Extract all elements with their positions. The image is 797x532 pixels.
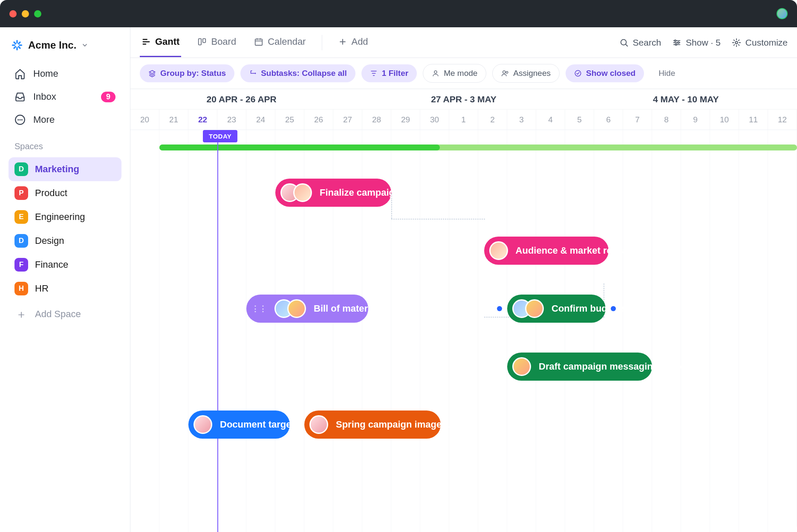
space-label: Finance xyxy=(35,259,68,270)
people-icon xyxy=(501,69,509,77)
filter-bar: Group by: Status Subtasks: Collapse all … xyxy=(130,58,797,89)
group-by-pill[interactable]: Group by: Status xyxy=(140,64,234,82)
day-label[interactable]: 28 xyxy=(362,110,391,130)
space-item-product[interactable]: P Product xyxy=(9,181,121,205)
workspace-switcher[interactable]: Acme Inc. xyxy=(9,35,121,61)
space-icon: F xyxy=(14,258,28,272)
close-window-icon[interactable] xyxy=(9,10,17,17)
filter-pill[interactable]: 1 Filter xyxy=(361,64,417,82)
task-spring[interactable]: Spring campaign image assets xyxy=(304,411,441,439)
show-button[interactable]: Show · 5 xyxy=(672,38,721,48)
customize-button[interactable]: Customize xyxy=(732,38,788,48)
day-label[interactable]: 22 xyxy=(188,110,217,130)
day-label[interactable]: 8 xyxy=(652,110,681,130)
day-label[interactable]: 11 xyxy=(739,110,768,130)
day-label[interactable]: 21 xyxy=(159,110,188,130)
tab-add-view[interactable]: Add xyxy=(337,28,370,57)
gantt-chart[interactable]: 20 APR - 26 APR27 APR - 3 MAY4 MAY - 10 … xyxy=(130,89,797,532)
task-messaging[interactable]: Draft campaign messaging & copy xyxy=(507,353,652,381)
subtasks-pill[interactable]: Subtasks: Collapse all xyxy=(240,64,355,82)
tab-board[interactable]: Board xyxy=(196,28,238,57)
task-label: Draft campaign messaging & copy xyxy=(539,361,693,372)
add-space-button[interactable]: ＋ Add Space xyxy=(9,302,121,326)
window-controls[interactable] xyxy=(9,10,41,17)
task-finalize[interactable]: Finalize campaign brief xyxy=(275,179,391,207)
day-label[interactable]: 25 xyxy=(275,110,304,130)
svg-point-10 xyxy=(675,43,677,45)
avatar xyxy=(193,415,212,434)
task-assignees xyxy=(512,357,531,376)
day-label[interactable]: 24 xyxy=(246,110,275,130)
tab-gantt[interactable]: Gantt xyxy=(140,28,181,57)
gantt-icon xyxy=(141,37,151,46)
space-item-engineering[interactable]: E Engineering xyxy=(9,205,121,229)
tab-divider xyxy=(322,35,322,50)
add-space-label: Add Space xyxy=(35,309,81,320)
space-item-marketing[interactable]: D Marketing xyxy=(9,157,121,181)
day-label[interactable]: 5 xyxy=(565,110,594,130)
nav-inbox[interactable]: Inbox 9 xyxy=(9,86,121,107)
svg-point-8 xyxy=(675,40,676,41)
day-label[interactable]: 26 xyxy=(304,110,333,130)
current-user-avatar[interactable] xyxy=(777,8,788,19)
dependency-handle-icon[interactable] xyxy=(497,306,502,311)
maximize-window-icon[interactable] xyxy=(34,10,41,17)
day-label[interactable]: 20 xyxy=(130,110,159,130)
task-audience[interactable]: Audience & market research xyxy=(484,237,609,265)
day-label[interactable]: 27 xyxy=(333,110,362,130)
space-label: Marketing xyxy=(35,164,79,175)
day-label[interactable]: 4 xyxy=(536,110,565,130)
space-label: Engineering xyxy=(35,211,85,223)
task-label: Bill of materials xyxy=(314,303,384,314)
task-label: Spring campaign image assets xyxy=(336,419,474,430)
nav-home[interactable]: Home xyxy=(9,63,121,84)
gantt-grid[interactable]: TODAY Finalize campaign briefAudience & … xyxy=(130,130,797,532)
svg-point-13 xyxy=(434,71,437,73)
task-bom[interactable]: ⋮⋮Bill of materials⋮⋮ xyxy=(246,295,368,323)
day-label[interactable]: 3 xyxy=(507,110,536,130)
calendar-icon xyxy=(254,37,263,46)
day-label[interactable]: 30 xyxy=(420,110,449,130)
week-label: 20 APR - 26 APR xyxy=(130,89,352,109)
day-label[interactable]: 7 xyxy=(623,110,652,130)
filter-label: 1 Filter xyxy=(382,69,408,78)
home-icon xyxy=(14,68,26,79)
task-budgets[interactable]: Confirm budgets xyxy=(507,295,606,323)
drag-handle-icon[interactable]: ⋮⋮ xyxy=(251,304,267,313)
day-label[interactable]: 29 xyxy=(391,110,420,130)
subtask-icon xyxy=(249,69,257,77)
tab-calendar[interactable]: Calendar xyxy=(252,28,307,57)
day-label[interactable]: 23 xyxy=(217,110,246,130)
nav-home-label: Home xyxy=(33,68,58,79)
minimize-window-icon[interactable] xyxy=(22,10,29,17)
assignees-pill[interactable]: Assignees xyxy=(492,64,560,83)
chevron-down-icon xyxy=(81,42,88,49)
space-item-design[interactable]: D Design xyxy=(9,229,121,253)
day-label[interactable]: 2 xyxy=(478,110,507,130)
day-label[interactable]: 9 xyxy=(681,110,710,130)
show-closed-pill[interactable]: Show closed xyxy=(566,64,644,82)
space-item-hr[interactable]: H HR xyxy=(9,277,121,301)
space-icon: E xyxy=(14,210,28,224)
nav-more[interactable]: More xyxy=(9,109,121,130)
week-label: 4 MAY - 10 MAY xyxy=(575,89,797,109)
day-label[interactable]: 12 xyxy=(768,110,797,130)
inbox-badge: 9 xyxy=(101,92,116,102)
layers-icon xyxy=(148,69,156,77)
search-button[interactable]: Search xyxy=(619,38,661,48)
me-mode-pill[interactable]: Me mode xyxy=(423,64,486,83)
avatar xyxy=(309,415,328,434)
task-assignees xyxy=(274,299,306,318)
titlebar xyxy=(0,0,797,27)
day-label[interactable]: 1 xyxy=(449,110,478,130)
space-item-finance[interactable]: F Finance xyxy=(9,253,121,277)
space-icon: D xyxy=(14,234,28,248)
hide-button[interactable]: Hide xyxy=(650,64,684,82)
svg-point-9 xyxy=(678,42,679,43)
day-label[interactable]: 10 xyxy=(710,110,739,130)
today-marker xyxy=(217,130,218,532)
task-docusers[interactable]: Document target users xyxy=(188,411,290,439)
day-label[interactable]: 6 xyxy=(594,110,623,130)
drag-handle-icon[interactable]: ⋮⋮ xyxy=(391,304,407,313)
show-closed-label: Show closed xyxy=(586,69,635,78)
